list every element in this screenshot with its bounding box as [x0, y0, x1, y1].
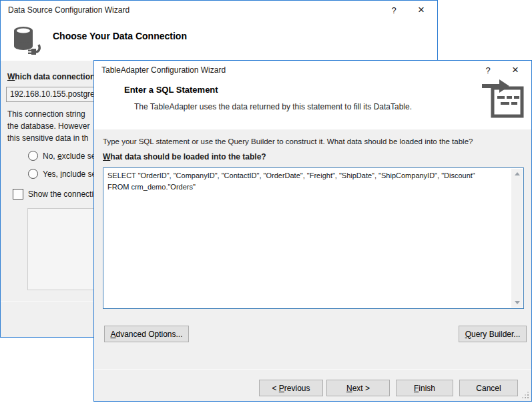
cancel-button[interactable]: Cancel	[459, 380, 518, 396]
radio-include-sensitive[interactable]: Yes, include sen	[28, 169, 101, 179]
description-line: the database. However	[7, 121, 89, 131]
title-bar[interactable]: Data Source Configuration Wizard ? ×	[1, 1, 437, 19]
connection-label: Which data connection	[7, 72, 95, 81]
previous-button[interactable]: < Previous	[259, 380, 323, 396]
footer-separator	[94, 369, 531, 370]
radio-exclude-sensitive[interactable]: No, exclude sen	[28, 151, 100, 161]
show-connection-label: Show the connection	[28, 189, 102, 199]
query-builder-button[interactable]: Query Builder...	[459, 326, 527, 342]
vertical-scrollbar[interactable]	[511, 169, 523, 308]
advanced-options-button[interactable]: Advanced Options...	[104, 326, 189, 342]
window-title: TableAdapter Configuration Wizard	[101, 65, 226, 75]
page-subtitle: The TableAdapter uses the data returned …	[134, 102, 412, 111]
title-bar[interactable]: TableAdapter Configuration Wizard ? ×	[94, 61, 531, 79]
radio-include-label: Yes, include sen	[43, 169, 101, 179]
database-icon	[9, 24, 43, 57]
radio-exclude-label: No, exclude sen	[43, 151, 100, 161]
scroll-down-icon[interactable]	[515, 301, 520, 304]
checkbox-icon[interactable]	[13, 189, 23, 199]
description-line: This connection string	[7, 109, 85, 119]
close-icon[interactable]: ×	[409, 1, 433, 19]
sql-statement-text[interactable]: SELECT "OrderID", "CompanyID", "ContactI…	[107, 170, 510, 306]
page-title: Enter a SQL Statement	[124, 85, 218, 95]
help-icon[interactable]: ?	[382, 1, 406, 19]
resize-grip-icon[interactable]	[527, 397, 529, 398]
tableadapter-configuration-wizard-window: TableAdapter Configuration Wizard ? × En…	[93, 60, 532, 402]
sql-statement-icon	[482, 78, 526, 121]
show-connection-checkbox[interactable]: Show the connection	[13, 189, 102, 199]
page-title: Choose Your Data Connection	[53, 31, 187, 41]
radio-button-icon[interactable]	[28, 169, 38, 179]
help-icon[interactable]: ?	[476, 61, 500, 79]
desktop: Data Source Configuration Wizard ? × Cho…	[0, 0, 532, 405]
description-line: this sensitive data in th	[7, 133, 88, 143]
sql-statement-label: What data should be loaded into the tabl…	[103, 152, 266, 161]
sql-statement-textarea[interactable]: SELECT "OrderID", "CompanyID", "ContactI…	[103, 167, 524, 309]
scroll-up-icon[interactable]	[515, 172, 520, 175]
close-icon[interactable]: ×	[503, 61, 527, 79]
next-button[interactable]: Next >	[326, 380, 390, 396]
window-title: Data Source Configuration Wizard	[8, 5, 129, 15]
connection-combobox-value: 192.168.10.155.postgre	[10, 89, 95, 99]
finish-button[interactable]: Finish	[396, 380, 453, 396]
instruction-text: Type your SQL statement or use the Query…	[103, 137, 473, 145]
radio-button-icon[interactable]	[28, 151, 38, 161]
